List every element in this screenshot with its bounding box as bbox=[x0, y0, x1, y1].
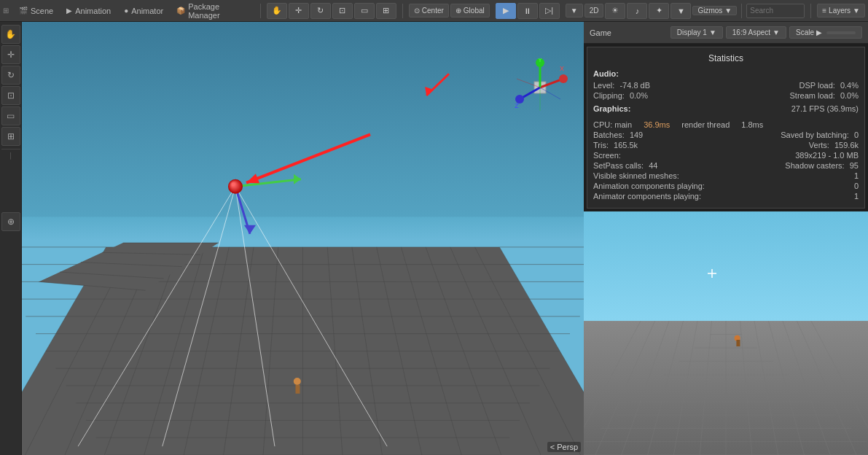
stats-panel: Statistics Audio: Level: -74.8 dB DSP lo… bbox=[587, 47, 865, 209]
scale-dropdown[interactable]: Scale ▶ bbox=[789, 26, 862, 39]
persp-label: < Persp bbox=[547, 442, 581, 452]
sidebar-vertical-sep[interactable]: │ bbox=[8, 152, 14, 211]
animator-icon: ● bbox=[124, 7, 128, 15]
effects-button[interactable]: ✦ bbox=[649, 3, 669, 19]
tris-row: Tris: 165.5k Verts: 159.6k bbox=[593, 141, 859, 149]
layers-button[interactable]: ≡ Layers ▼ bbox=[817, 4, 865, 18]
svg-text:X: X bbox=[560, 65, 564, 72]
sidebar-transform-button[interactable]: ⊞ bbox=[1, 127, 20, 146]
sep-3 bbox=[741, 4, 742, 18]
scale-dropdown-icon: ▶ bbox=[816, 28, 822, 36]
tab-package-manager[interactable]: 📦 Package Manager bbox=[171, 0, 254, 22]
package-icon: 📦 bbox=[176, 7, 185, 15]
gizmo-overlay: X Y Z bbox=[511, 58, 569, 117]
step-button[interactable]: ▷| bbox=[539, 3, 560, 19]
gizmos-dropdown-icon: ▼ bbox=[724, 7, 732, 15]
display-dropdown[interactable]: Display 1 ▼ bbox=[670, 26, 723, 39]
tab-animator[interactable]: ● Animator bbox=[118, 4, 169, 18]
pivot-tools: ⊙ Center ⊕ Global bbox=[409, 4, 490, 18]
svg-text:Y: Y bbox=[538, 58, 542, 63]
rect-tool-button[interactable]: ▭ bbox=[354, 3, 375, 19]
sidebar-move-icon: ✛ bbox=[7, 50, 15, 60]
transform-icon: ⊞ bbox=[383, 6, 389, 15]
fps-value: 27.1 FPS (36.9ms) bbox=[791, 104, 859, 113]
scale-tool-button[interactable]: ⊡ bbox=[332, 3, 353, 19]
scale-slider bbox=[826, 31, 856, 34]
scene-dropdown2-button[interactable]: ▼ bbox=[670, 3, 691, 19]
sidebar-rect-button[interactable]: ▭ bbox=[1, 106, 20, 125]
graphics-header-row: Graphics: 27.1 FPS (36.9ms) bbox=[593, 104, 859, 117]
audio-level-row: Level: -74.8 dB DSP load: 0.4% bbox=[593, 81, 859, 90]
graphics-section-title: Graphics: bbox=[593, 104, 630, 114]
sidebar-globe-button[interactable]: ⊕ bbox=[1, 212, 20, 231]
scene-mode-button[interactable]: ▼ bbox=[566, 4, 583, 18]
sidebar-hand-button[interactable]: ✋ bbox=[1, 25, 20, 44]
sep-1 bbox=[260, 4, 261, 18]
sidebar-sep bbox=[1, 149, 20, 149]
play-icon: ▶ bbox=[503, 6, 509, 15]
lighting-button[interactable]: ☀ bbox=[605, 3, 625, 19]
audio-clipping-row: Clipping: 0.0% Stream load: 0.0% bbox=[593, 91, 859, 100]
sep-2 bbox=[402, 4, 403, 18]
scene2-icon: ▼ bbox=[677, 7, 685, 15]
sidebar-scale-icon: ⊡ bbox=[7, 90, 15, 101]
scene-canvas bbox=[22, 22, 584, 455]
effects-icon: ✦ bbox=[656, 6, 662, 15]
display-dropdown-icon: ▼ bbox=[709, 28, 716, 36]
svg-point-2 bbox=[559, 74, 568, 83]
audio-button[interactable]: ♪ bbox=[627, 3, 647, 19]
game-preview[interactable] bbox=[584, 211, 868, 455]
play-controls: ▶ ⏸ ▷| bbox=[496, 3, 560, 19]
lighting-icon: ☀ bbox=[611, 6, 619, 15]
sidebar-scale-button[interactable]: ⊡ bbox=[1, 86, 20, 105]
game-header-controls: Display 1 ▼ 16:9 Aspect ▼ Scale ▶ bbox=[670, 26, 862, 39]
sidebar-rect-icon: ▭ bbox=[7, 111, 15, 121]
hand-tool-button[interactable]: ✋ bbox=[267, 3, 287, 19]
left-sidebar: ✋ ✛ ↻ ⊡ ▭ ⊞ │ ⊕ bbox=[0, 22, 22, 455]
gizmos-button[interactable]: Gizmos ▼ bbox=[692, 6, 737, 15]
sidebar-rotate-icon: ↻ bbox=[7, 70, 15, 80]
aspect-dropdown[interactable]: 16:9 Aspect ▼ bbox=[726, 26, 786, 39]
scene-search-input[interactable] bbox=[746, 4, 805, 18]
pivot-button[interactable]: ⊙ Center bbox=[409, 4, 449, 18]
sidebar-move-button[interactable]: ✛ bbox=[1, 45, 20, 64]
sidebar-rotate-button[interactable]: ↻ bbox=[1, 66, 20, 85]
2d-button[interactable]: 2D bbox=[584, 4, 604, 18]
sep-4 bbox=[810, 4, 811, 18]
setpass-row: SetPass calls: 44 Shadow casters: 95 bbox=[593, 161, 859, 170]
tab-scene[interactable]: 🎬 Scene bbox=[13, 4, 59, 18]
search-area bbox=[746, 4, 805, 18]
global-icon: ⊕ bbox=[455, 7, 461, 15]
transform-tool-button[interactable]: ⊞ bbox=[376, 3, 396, 19]
audio-icon: ♪ bbox=[636, 7, 640, 15]
transform-tools: ✋ ✛ ↻ ⊡ ▭ ⊞ bbox=[267, 3, 396, 19]
stats-title: Statistics bbox=[593, 53, 859, 63]
animation-components-row: Animation components playing: 0 bbox=[593, 182, 859, 190]
audio-section-title: Audio: bbox=[593, 69, 859, 78]
sidebar-globe-icon: ⊕ bbox=[7, 217, 15, 227]
animator-components-row: Animator components playing: 1 bbox=[593, 192, 859, 201]
scene-icon: 🎬 bbox=[19, 7, 28, 15]
move-tool-button[interactable]: ✛ bbox=[289, 3, 309, 19]
sidebar-transform-icon: ⊞ bbox=[7, 131, 15, 141]
scene-dropdown-icon: ▼ bbox=[571, 7, 578, 15]
unity-grid-icon: ⊞ bbox=[3, 7, 9, 15]
layers-icon: ≡ bbox=[822, 7, 826, 15]
visible-skinned-row: Visible skinned meshes: 1 bbox=[593, 171, 859, 180]
screen-row: Screen: 389x219 - 1.0 MB bbox=[593, 151, 859, 160]
scene-view-controls: ▼ 2D ☀ ♪ ✦ ▼ Gizmos ▼ bbox=[566, 3, 805, 19]
pause-button[interactable]: ⏸ bbox=[517, 3, 538, 19]
play-button[interactable]: ▶ bbox=[496, 3, 516, 19]
game-tab-label[interactable]: Game bbox=[590, 28, 611, 37]
tab-animation[interactable]: ▶ Animation bbox=[60, 4, 117, 18]
global-button[interactable]: ⊕ Global bbox=[450, 4, 490, 18]
rotate-tool-button[interactable]: ↻ bbox=[310, 3, 331, 19]
main-layout: ✋ ✛ ↻ ⊡ ▭ ⊞ │ ⊕ X Y bbox=[0, 22, 868, 455]
layers-dropdown-icon: ▼ bbox=[853, 7, 860, 15]
rect-icon: ▭ bbox=[361, 6, 368, 15]
right-panel: Game Display 1 ▼ 16:9 Aspect ▼ Scale ▶ bbox=[584, 22, 868, 455]
rotate-icon: ↻ bbox=[317, 6, 324, 15]
tab-group-main: ⊞ 🎬 Scene ▶ Animation ● Animator 📦 Packa… bbox=[3, 0, 254, 22]
sidebar-hand-icon: ✋ bbox=[5, 29, 16, 39]
scene-viewport[interactable]: X Y Z < Persp bbox=[22, 22, 584, 455]
